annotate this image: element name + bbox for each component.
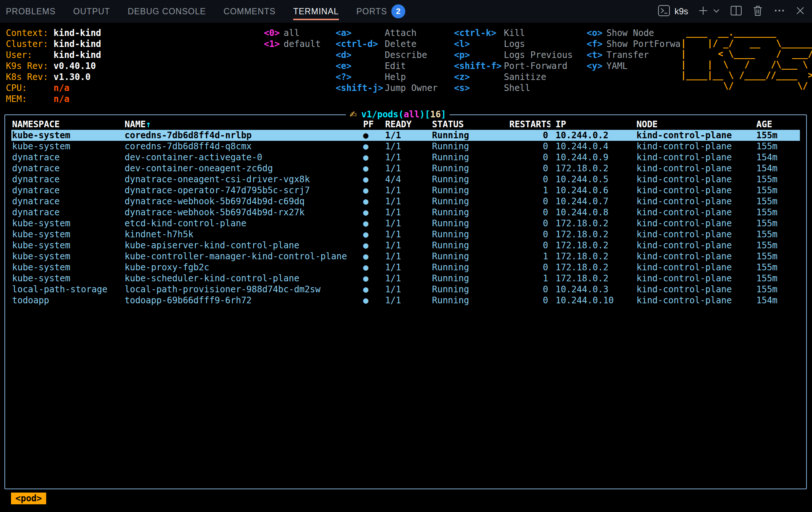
cell-pf: ● [361, 196, 385, 207]
cell-restarts: 0 [509, 130, 550, 141]
cell-node: kind-control-plane [636, 251, 756, 262]
cell-ready: 1/1 [385, 218, 432, 229]
ellipsis-icon [773, 4, 786, 18]
trash-icon [752, 4, 764, 18]
cell-status: Running [432, 284, 509, 295]
cell-ip: 10.244.0.6 [550, 185, 636, 196]
cell-ready: 1/1 [385, 229, 432, 240]
cell-pf: ● [361, 251, 385, 262]
split-terminal-button[interactable] [730, 4, 742, 18]
table-row: kube-systemetcd-kind-control-plane●1/1Ru… [11, 218, 800, 229]
hotkey-key: <shift-f> [454, 61, 504, 72]
hotkey-label: Attach [385, 28, 417, 39]
cell-restarts: 1 [509, 251, 550, 262]
cell-namespace: kube-system [12, 130, 125, 141]
hotkey-key: <?> [336, 72, 385, 83]
cell-ready: 1/1 [385, 207, 432, 218]
table-row: kube-systemkube-scheduler-kind-control-p… [11, 273, 800, 284]
cell-namespace: local-path-storage [12, 284, 125, 295]
punct: [ [425, 109, 430, 120]
cell-age: 155m [756, 196, 800, 207]
panel-tab-bar: PROBLEMSOUTPUTDEBUG CONSOLECOMMENTSTERMI… [0, 0, 812, 23]
cell-namespace: dynatrace [12, 163, 125, 174]
hotkey-row: <shift-j>Jump Owner [336, 83, 438, 94]
terminal-actions: k9s [658, 4, 812, 18]
tab-debug-console[interactable]: DEBUG CONSOLE [128, 0, 206, 23]
cell-restarts: 0 [509, 141, 550, 152]
new-terminal-button[interactable] [698, 5, 709, 18]
cell-age: 155m [756, 229, 800, 240]
table-row: todoapptodoapp-69b66dfff9-6rh72●1/1Runni… [11, 295, 800, 306]
cell-restarts: 0 [509, 152, 550, 163]
hotkey-row: <s>Shell [454, 83, 573, 94]
cell-ip: 10.244.0.2 [550, 130, 636, 141]
hotkeys-column-3: <o>Show Node<f>Show PortForwa<t>Transfer… [587, 28, 680, 72]
hotkey-row: <e>Edit [336, 61, 438, 72]
hotkey-key: <ctrl-d> [336, 39, 385, 50]
cell-ip: 10.244.0.5 [550, 174, 636, 185]
cell-namespace: todoapp [12, 295, 125, 306]
hotkey-key: <e> [336, 61, 385, 72]
table-row: dynatracedynatrace-oneagent-csi-driver-v… [11, 174, 800, 185]
cell-name: dynatrace-oneagent-csi-driver-vgx8k [125, 174, 361, 185]
info-label: CPU: [6, 83, 53, 94]
terminal-region[interactable]: Context:kind-kindCluster:kind-kindUser:k… [0, 23, 812, 512]
tab-label: TERMINAL [293, 7, 339, 17]
cell-ready: 1/1 [385, 163, 432, 174]
cell-restarts: 0 [509, 262, 550, 273]
info-value: kind-kind [53, 28, 101, 39]
split-terminal-icon [730, 4, 742, 18]
hotkey-key: <z> [454, 72, 504, 83]
cell-ip: 10.244.0.3 [550, 284, 636, 295]
cell-ready: 1/1 [385, 185, 432, 196]
tab-terminal[interactable]: TERMINAL [293, 0, 339, 23]
table-row: dynatracedev-container-activegate-0●1/1R… [11, 152, 800, 163]
kill-terminal-button[interactable] [752, 4, 764, 18]
close-panel-button[interactable] [795, 6, 805, 17]
cell-pf: ● [361, 229, 385, 240]
pod-table-rows: kube-systemcoredns-7db6d8ff4d-nrlbp●1/1R… [11, 130, 800, 306]
tab-problems[interactable]: PROBLEMS [6, 0, 56, 23]
info-row: MEM:n/a [6, 94, 101, 105]
cell-node: kind-control-plane [636, 218, 756, 229]
cell-name: coredns-7db6d8ff4d-nrlbp [125, 130, 361, 141]
terminal-shell-item[interactable]: k9s [658, 4, 688, 18]
cell-restarts: 0 [509, 295, 550, 306]
table-row: dynatracedev-container-oneagent-zc6dg●1/… [11, 163, 800, 174]
launch-profile-button[interactable] [712, 7, 720, 16]
hotkey-key: <p> [454, 50, 504, 61]
cell-namespace: kube-system [12, 251, 125, 262]
cell-restarts: 0 [509, 174, 550, 185]
cell-namespace: kube-system [12, 240, 125, 251]
cell-age: 155m [756, 130, 800, 141]
cell-node: kind-control-plane [636, 141, 756, 152]
cell-ready: 1/1 [385, 141, 432, 152]
cell-ip: 10.244.0.7 [550, 196, 636, 207]
cell-ready: 1/1 [385, 295, 432, 306]
cell-status: Running [432, 262, 509, 273]
tab-comments[interactable]: COMMENTS [224, 0, 276, 23]
info-label: K8s Rev: [6, 72, 53, 83]
terminal-shell-label: k9s [675, 6, 688, 17]
table-row: kube-systemkube-apiserver-kind-control-p… [11, 240, 800, 251]
info-row: CPU:n/a [6, 83, 101, 94]
cluster-info: Context:kind-kindCluster:kind-kindUser:k… [6, 28, 101, 105]
cell-name: kindnet-h7h5k [125, 229, 361, 240]
cell-node: kind-control-plane [636, 240, 756, 251]
tab-output[interactable]: OUTPUT [73, 0, 110, 23]
hotkey-label: Kill [504, 28, 525, 39]
more-actions-button[interactable] [773, 4, 786, 18]
column-header-node: NODE [636, 119, 756, 130]
table-row: kube-systemkindnet-h7h5k●1/1Running0172.… [11, 229, 800, 240]
hotkey-label: Show Node [606, 28, 654, 39]
hotkey-row: <y>YAML [587, 61, 680, 72]
cell-ready: 1/1 [385, 284, 432, 295]
info-label: Cluster: [6, 39, 53, 50]
tab-label: PROBLEMS [6, 7, 56, 17]
cell-node: kind-control-plane [636, 295, 756, 306]
tab-ports[interactable]: PORTS2 [357, 0, 406, 23]
table-row: dynatracedynatrace-operator-747d795b5c-s… [11, 185, 800, 196]
hotkey-row: <shift-f>Port-Forward [454, 61, 573, 72]
cell-ip: 172.18.0.2 [550, 251, 636, 262]
cell-name: local-path-provisioner-988d74bc-dm2sw [125, 284, 361, 295]
